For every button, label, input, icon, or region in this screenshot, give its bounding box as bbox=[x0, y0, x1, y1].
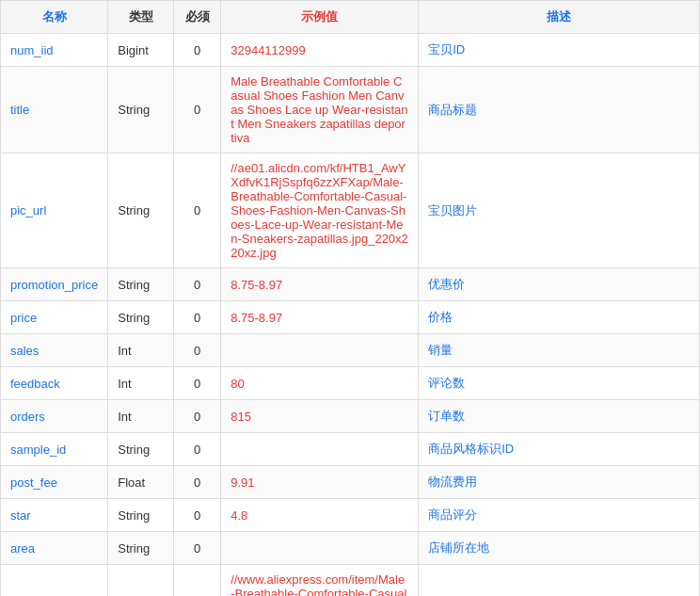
cell-required: 0 bbox=[174, 334, 221, 367]
table-row: priceString08.75-8.97价格 bbox=[1, 301, 700, 334]
cell-type: Int bbox=[108, 400, 174, 433]
cell-required: 0 bbox=[174, 532, 221, 565]
cell-example: 8.75-8.97 bbox=[221, 268, 419, 301]
cell-name: detail bbox=[1, 565, 108, 597]
cell-required: 0 bbox=[174, 400, 221, 433]
cell-name: pic_url bbox=[1, 153, 108, 268]
cell-desc: 优惠价 bbox=[419, 268, 700, 301]
cell-name: post_fee bbox=[1, 466, 108, 499]
header-desc: 描述 bbox=[419, 1, 700, 34]
cell-type: Bigint bbox=[108, 34, 174, 67]
cell-name: orders bbox=[1, 400, 108, 433]
cell-name: promotion_price bbox=[1, 268, 108, 301]
cell-name: area bbox=[1, 532, 108, 565]
cell-example: 80 bbox=[221, 367, 419, 400]
cell-name: num_iid bbox=[1, 34, 108, 67]
header-example: 示例值 bbox=[221, 1, 419, 34]
cell-type: String bbox=[108, 433, 174, 466]
cell-example bbox=[221, 433, 419, 466]
table-row: feedbackInt080评论数 bbox=[1, 367, 700, 400]
cell-type: String bbox=[108, 565, 174, 597]
header-row: 名称 类型 必须 示例值 描述 bbox=[1, 1, 700, 34]
cell-type: Int bbox=[108, 367, 174, 400]
cell-name: title bbox=[1, 67, 108, 153]
table-row: salesInt0销量 bbox=[1, 334, 700, 367]
table-row: starString04.8商品评分 bbox=[1, 499, 700, 532]
cell-type: Float bbox=[108, 466, 174, 499]
table-container: 名称 类型 必须 示例值 描述 num_iidBigint03294411299… bbox=[0, 0, 700, 596]
cell-type: String bbox=[108, 301, 174, 334]
cell-example: Male Breathable Comfortable Casual Shoes… bbox=[221, 67, 419, 153]
cell-desc: 价格 bbox=[419, 301, 700, 334]
cell-required: 0 bbox=[174, 34, 221, 67]
cell-required: 0 bbox=[174, 565, 221, 597]
cell-name: feedback bbox=[1, 367, 108, 400]
table-row: pic_urlString0//ae01.alicdn.com/kf/HTB1_… bbox=[1, 153, 700, 268]
cell-type: String bbox=[108, 499, 174, 532]
cell-desc: 商品风格标识ID bbox=[419, 433, 700, 466]
cell-desc: 商品链接 bbox=[419, 565, 700, 597]
table-row: post_feeFloat09.91物流费用 bbox=[1, 466, 700, 499]
cell-desc: 宝贝ID bbox=[419, 34, 700, 67]
cell-desc: 商品标题 bbox=[419, 67, 700, 153]
cell-desc: 宝贝图片 bbox=[419, 153, 700, 268]
cell-type: String bbox=[108, 153, 174, 268]
cell-desc: 评论数 bbox=[419, 367, 700, 400]
table-row: titleString0Male Breathable Comfortable … bbox=[1, 67, 700, 153]
table-row: areaString0店铺所在地 bbox=[1, 532, 700, 565]
table-row: detailString0//www.aliexpress.com/item/M… bbox=[1, 565, 700, 597]
cell-required: 0 bbox=[174, 433, 221, 466]
cell-required: 0 bbox=[174, 67, 221, 153]
cell-type: String bbox=[108, 532, 174, 565]
cell-example: 9.91 bbox=[221, 466, 419, 499]
cell-desc: 物流费用 bbox=[419, 466, 700, 499]
cell-example: 815 bbox=[221, 400, 419, 433]
cell-example bbox=[221, 334, 419, 367]
cell-desc: 店铺所在地 bbox=[419, 532, 700, 565]
cell-required: 0 bbox=[174, 499, 221, 532]
data-table: 名称 类型 必须 示例值 描述 num_iidBigint03294411299… bbox=[0, 0, 700, 596]
table-row: promotion_priceString08.75-8.97优惠价 bbox=[1, 268, 700, 301]
cell-name: star bbox=[1, 499, 108, 532]
header-type: 类型 bbox=[108, 1, 174, 34]
cell-example bbox=[221, 532, 419, 565]
cell-type: String bbox=[108, 67, 174, 153]
header-required: 必须 bbox=[174, 1, 221, 34]
cell-name: sample_id bbox=[1, 433, 108, 466]
cell-desc: 销量 bbox=[419, 334, 700, 367]
cell-example: 32944112999 bbox=[221, 34, 419, 67]
cell-example: //ae01.alicdn.com/kf/HTB1_AwYXdfvK1RjSsp… bbox=[221, 153, 419, 268]
cell-name: price bbox=[1, 301, 108, 334]
cell-name: sales bbox=[1, 334, 108, 367]
cell-example: //www.aliexpress.com/item/Male-Breathabl… bbox=[221, 565, 419, 597]
cell-example: 8.75-8.97 bbox=[221, 301, 419, 334]
cell-desc: 订单数 bbox=[419, 400, 700, 433]
cell-required: 0 bbox=[174, 301, 221, 334]
cell-required: 0 bbox=[174, 268, 221, 301]
cell-example: 4.8 bbox=[221, 499, 419, 532]
cell-desc: 商品评分 bbox=[419, 499, 700, 532]
table-row: num_iidBigint032944112999宝贝ID bbox=[1, 34, 700, 67]
table-row: ordersInt0815订单数 bbox=[1, 400, 700, 433]
cell-required: 0 bbox=[174, 153, 221, 268]
cell-type: String bbox=[108, 268, 174, 301]
cell-type: Int bbox=[108, 334, 174, 367]
cell-required: 0 bbox=[174, 466, 221, 499]
table-row: sample_idString0商品风格标识ID bbox=[1, 433, 700, 466]
cell-required: 0 bbox=[174, 367, 221, 400]
header-name: 名称 bbox=[1, 1, 108, 34]
